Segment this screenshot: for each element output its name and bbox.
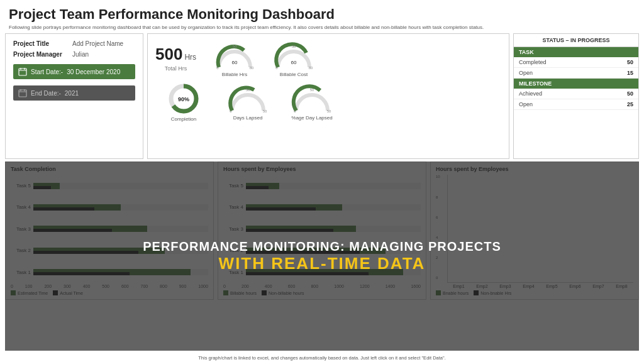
- svg-text:50: 50: [327, 109, 331, 113]
- milestone-open-row: Open 25: [514, 99, 638, 110]
- completed-value: 50: [627, 59, 633, 65]
- completion-label: Completion: [171, 116, 196, 122]
- achieved-row: Achieved 50: [514, 89, 638, 99]
- content-area: Project Title Add Project Name Project M…: [0, 33, 644, 362]
- completion-gauge: 90% Completion: [155, 82, 212, 122]
- completed-label: Completed: [519, 59, 547, 65]
- start-date-label: Start Date:-: [31, 69, 63, 75]
- open-task-row: Open 15: [514, 68, 638, 79]
- svg-rect-4: [19, 90, 26, 97]
- milestone-open-value: 25: [627, 101, 633, 107]
- billable-hrs-label: Billable Hrs: [222, 72, 247, 77]
- days-lapsed-gauge-svg: 0 50 50: [226, 82, 270, 114]
- header: Project Team Performance Monitoring Dash…: [0, 0, 644, 33]
- total-hrs-label: Total Hrs: [165, 65, 187, 72]
- status-header: STATUS – IN PROGRESS: [514, 34, 638, 47]
- metrics-panel: 500 Hrs Total Hrs 60 0 80 50: [147, 33, 509, 159]
- overlay-line2: WITH REAL-TIME DATA: [219, 254, 426, 273]
- calendar-end-icon: [18, 89, 27, 97]
- completion-donut-svg: 90%: [167, 82, 200, 115]
- pct-day-lapsed-label: %age Day Lapsed: [291, 115, 332, 121]
- metrics-row: 90% Completion 0 50 50: [155, 82, 501, 122]
- open-task-label: Open: [519, 70, 533, 76]
- total-hrs-unit: Hrs: [184, 53, 196, 62]
- svg-text:90%: 90%: [178, 96, 189, 102]
- hours-row: 500 Hrs Total Hrs 60 0 80 50: [155, 39, 501, 77]
- calendar-icon: [18, 67, 27, 76]
- open-task-value: 15: [627, 70, 633, 76]
- svg-rect-0: [19, 69, 26, 75]
- svg-text:50: 50: [246, 88, 250, 92]
- footer-note: This graph/chart is linked to excel, and…: [5, 353, 639, 362]
- total-hrs-number: 500: [155, 45, 182, 64]
- pct-day-lapsed-gauge-svg: 0 50 50: [290, 82, 334, 114]
- achieved-value: 50: [627, 90, 633, 97]
- billable-cost-gauge-svg: 60 0 80 50: [272, 39, 316, 70]
- performance-overlay: PERFORMANCE MONITORING: MANAGING PROJECT…: [5, 162, 639, 351]
- start-date-value: 30 December 2020: [67, 69, 120, 75]
- svg-text:50: 50: [292, 45, 296, 48]
- project-title-field: Project Title Add Project Name: [13, 40, 135, 47]
- completed-row: Completed 50: [514, 57, 638, 68]
- overlay-container: Task Completion Task 5 Task 4: [5, 162, 639, 351]
- project-title-value: Add Project Name: [72, 40, 123, 47]
- project-manager-field: Project Manager Julian: [13, 51, 135, 58]
- end-date-label: End Date:-: [31, 90, 61, 97]
- billable-hrs-gauge-svg: 60 0 80 50: [213, 39, 257, 70]
- project-info-panel: Project Title Add Project Name Project M…: [5, 33, 143, 159]
- start-date-row: Start Date:- 30 December 2020: [13, 64, 135, 79]
- svg-text:60: 60: [232, 60, 238, 65]
- page-subtitle: Following slide portrays performance mon…: [9, 25, 635, 31]
- page-title: Project Team Performance Monitoring Dash…: [9, 6, 635, 23]
- billable-cost-label: Billable Cost: [280, 72, 308, 77]
- project-title-label: Project Title: [13, 40, 70, 47]
- milestone-open-label: Open: [519, 101, 533, 107]
- top-row: Project Title Add Project Name Project M…: [5, 33, 639, 159]
- svg-text:50: 50: [310, 88, 314, 92]
- status-panel: STATUS – IN PROGRESS TASK Completed 50 O…: [513, 33, 639, 159]
- milestone-section-header: MILESTONE: [514, 79, 638, 89]
- achieved-label: Achieved: [519, 90, 542, 97]
- svg-text:50: 50: [263, 109, 267, 113]
- end-date-value: 2021: [65, 90, 79, 97]
- days-lapsed-gauge: 0 50 50 Days Lapsed: [219, 82, 276, 122]
- pct-day-lapsed-gauge: 0 50 50 %age Day Lapsed: [284, 82, 340, 122]
- billable-cost-gauge: 60 0 80 50 Billable Cost: [265, 39, 322, 77]
- project-manager-value: Julian: [72, 51, 89, 58]
- days-lapsed-label: Days Lapsed: [233, 115, 263, 121]
- billable-hrs-gauge: 60 0 80 50 Billable Hrs: [206, 39, 263, 77]
- project-manager-label: Project Manager: [13, 51, 70, 58]
- end-date-row: End Date:- 2021: [13, 85, 135, 101]
- svg-text:60: 60: [291, 60, 297, 65]
- main-container: Project Team Performance Monitoring Dash…: [0, 0, 644, 362]
- svg-text:80: 80: [309, 66, 313, 70]
- overlay-line1: PERFORMANCE MONITORING: MANAGING PROJECT…: [143, 239, 501, 254]
- task-section-header: TASK: [514, 47, 638, 57]
- svg-text:50: 50: [233, 45, 237, 48]
- svg-text:80: 80: [250, 66, 254, 70]
